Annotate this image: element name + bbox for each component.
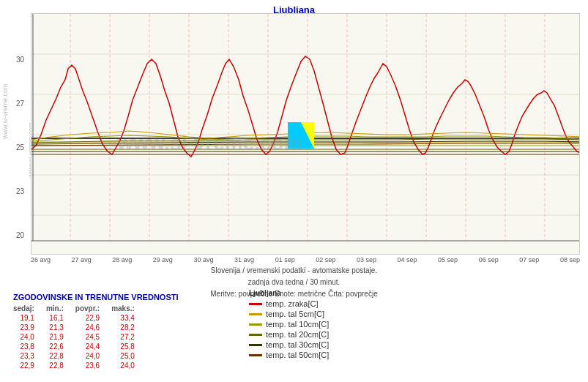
row2-min: 21,3 — [40, 323, 70, 332]
table-row-5: 23,3 22,8 24,0 25,0 — [13, 351, 141, 361]
col-header-maks: maks.: — [105, 304, 141, 313]
legend-item-5: temp. tal 30cm[C] — [249, 340, 329, 349]
table-row-3: 24,0 21,9 24,5 27,2 — [13, 332, 141, 342]
x-axis-arrow — [579, 239, 580, 242]
y-label-25: 25 — [16, 143, 24, 151]
legend-color-20cm — [249, 334, 262, 336]
y-label-20: 20 — [16, 231, 24, 239]
col-header-min: min.: — [40, 304, 70, 313]
table-row-4: 23,8 22,6 24,4 25,8 — [13, 342, 141, 351]
row6-min: 22,8 — [40, 361, 70, 370]
table-row-1: 19,1 16,1 22,9 33,4 — [13, 313, 141, 323]
legend-item-2: temp. tal 5cm[C] — [249, 310, 329, 318]
row3-povpr: 24,5 — [70, 332, 105, 342]
col-header-sedaj: sedaj: — [13, 304, 40, 313]
row4-maks: 25,8 — [105, 342, 141, 351]
watermark-side: www.si-vreme.com — [1, 83, 9, 139]
row4-povpr: 24,4 — [70, 342, 105, 351]
legend-label-30cm: temp. tal 30cm[C] — [266, 340, 329, 349]
row2-povpr: 24,6 — [70, 323, 105, 332]
row5-min: 22,8 — [40, 351, 70, 361]
legend-label-10cm: temp. tal 10cm[C] — [266, 320, 329, 329]
x-label-4: 29 avg — [153, 256, 173, 263]
table-title: ZGODOVINSKE IN TRENUTNE VREDNOSTI — [13, 293, 179, 302]
x-label-9: 03 sep — [357, 256, 376, 263]
caption-line2: zadnja dva tedna / 30 minut. — [0, 277, 588, 288]
row5-povpr: 24,0 — [70, 351, 105, 361]
row2-sedaj: 23,9 — [13, 323, 40, 332]
legend-item-1: temp. zraka[C] — [249, 299, 329, 308]
table-header-row: sedaj: min.: povpr.: maks.: — [13, 304, 141, 313]
row6-sedaj: 22,9 — [13, 361, 40, 370]
legend-area: Ljubljana temp. zraka[C] temp. tal 5cm[C… — [249, 289, 329, 361]
x-label-6: 31 avg — [234, 256, 254, 263]
x-axis-labels: 26 avg 27 avg 28 avg 29 avg 30 avg 31 av… — [31, 256, 580, 263]
legend-color-10cm — [249, 323, 262, 326]
row5-sedaj: 23,3 — [13, 351, 40, 361]
x-label-8: 02 sep — [316, 256, 335, 263]
caption-line1: Slovenija / vremenski podatki - avtomats… — [0, 265, 588, 277]
row4-min: 22,6 — [40, 342, 70, 351]
legend-item-3: temp. tal 10cm[C] — [249, 320, 329, 329]
x-label-5: 30 avg — [193, 256, 213, 263]
data-values-table: sedaj: min.: povpr.: maks.: 19,1 16,1 22… — [13, 304, 141, 370]
row2-maks: 28,2 — [105, 323, 141, 332]
row3-sedaj: 24,0 — [13, 332, 40, 342]
row6-maks: 24,0 — [105, 361, 141, 370]
row1-povpr: 22,9 — [70, 313, 105, 323]
y-label-30: 30 — [16, 56, 24, 64]
row1-sedaj: 19,1 — [13, 313, 40, 323]
table-row-6: 22,9 22,8 23,6 24,0 — [13, 361, 141, 370]
row6-povpr: 23,6 — [70, 361, 105, 370]
col-header-povpr: povpr.: — [70, 304, 105, 313]
legend-label-20cm: temp. tal 20cm[C] — [266, 330, 329, 339]
x-label-1: 26 avg — [31, 256, 51, 263]
x-label-10: 04 sep — [397, 256, 417, 263]
row1-min: 16,1 — [40, 313, 70, 323]
x-label-3: 28 avg — [112, 256, 132, 263]
row1-maks: 33,4 — [105, 313, 141, 323]
data-table: ZGODOVINSKE IN TRENUTNE VREDNOSTI sedaj:… — [13, 293, 179, 370]
legend-title: Ljubljana — [249, 289, 329, 297]
legend-label-air: temp. zraka[C] — [266, 299, 319, 308]
table-row-2: 23,9 21,3 24,6 28,2 — [13, 323, 141, 332]
legend-color-30cm — [249, 344, 262, 346]
chart-svg — [31, 14, 580, 255]
legend-color-air — [249, 303, 262, 305]
row4-sedaj: 23,8 — [13, 342, 40, 351]
row3-maks: 27,2 — [105, 332, 141, 342]
row3-min: 21,9 — [40, 332, 70, 342]
chart-area — [31, 13, 580, 255]
legend-item-6: temp. tal 50cm[C] — [249, 351, 329, 359]
legend-color-50cm — [249, 354, 262, 356]
legend-color-5cm — [249, 313, 262, 315]
legend-label-5cm: temp. tal 5cm[C] — [266, 310, 324, 318]
x-label-12: 06 sep — [479, 256, 499, 263]
x-label-11: 05 sep — [438, 256, 458, 263]
legend-label-50cm: temp. tal 50cm[C] — [266, 351, 329, 359]
x-label-7: 01 sep — [275, 256, 295, 263]
legend-item-4: temp. tal 20cm[C] — [249, 330, 329, 339]
x-label-13: 07 sep — [519, 256, 539, 263]
row5-maks: 25,0 — [105, 351, 141, 361]
x-label-2: 27 avg — [72, 256, 92, 263]
y-label-27: 27 — [16, 100, 24, 108]
x-label-14: 08 sep — [560, 256, 580, 263]
y-label-23: 23 — [16, 187, 24, 195]
